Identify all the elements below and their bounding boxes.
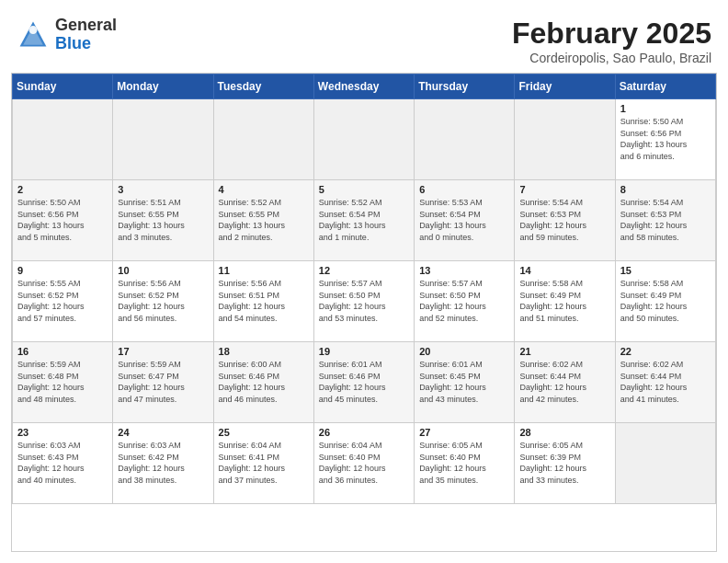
- day-info: Sunrise: 5:58 AM Sunset: 6:49 PM Dayligh…: [519, 278, 609, 324]
- week-row-2: 9Sunrise: 5:55 AM Sunset: 6:52 PM Daylig…: [13, 261, 716, 342]
- calendar-cell: [13, 99, 113, 180]
- day-number: 12: [319, 265, 409, 276]
- calendar-cell: 10Sunrise: 5:56 AM Sunset: 6:52 PM Dayli…: [113, 261, 213, 342]
- day-info: Sunrise: 6:03 AM Sunset: 6:43 PM Dayligh…: [17, 440, 108, 486]
- calendar-cell: 18Sunrise: 6:00 AM Sunset: 6:46 PM Dayli…: [213, 342, 313, 423]
- calendar-cell: 8Sunrise: 5:54 AM Sunset: 6:53 PM Daylig…: [615, 180, 715, 261]
- location: Cordeiropolis, Sao Paulo, Brazil: [512, 51, 711, 65]
- day-info: Sunrise: 5:52 AM Sunset: 6:55 PM Dayligh…: [219, 197, 309, 243]
- day-number: 23: [17, 427, 108, 438]
- calendar-cell: 13Sunrise: 5:57 AM Sunset: 6:50 PM Dayli…: [415, 261, 515, 342]
- calendar-cell: 11Sunrise: 5:56 AM Sunset: 6:51 PM Dayli…: [213, 261, 313, 342]
- day-number: 19: [319, 346, 409, 357]
- calendar-cell: [615, 423, 715, 504]
- header-day-tuesday: Tuesday: [213, 75, 313, 99]
- day-number: 21: [519, 346, 609, 357]
- day-number: 18: [219, 346, 309, 357]
- day-info: Sunrise: 5:59 AM Sunset: 6:48 PM Dayligh…: [17, 359, 108, 405]
- day-info: Sunrise: 6:01 AM Sunset: 6:46 PM Dayligh…: [319, 359, 409, 405]
- day-info: Sunrise: 5:55 AM Sunset: 6:52 PM Dayligh…: [17, 278, 108, 324]
- logo-blue: Blue: [55, 34, 91, 52]
- svg-point-2: [29, 26, 38, 34]
- header-row: SundayMondayTuesdayWednesdayThursdayFrid…: [13, 75, 716, 99]
- calendar-cell: 2Sunrise: 5:50 AM Sunset: 6:56 PM Daylig…: [13, 180, 113, 261]
- calendar-cell: 28Sunrise: 6:05 AM Sunset: 6:39 PM Dayli…: [515, 423, 615, 504]
- day-info: Sunrise: 6:05 AM Sunset: 6:39 PM Dayligh…: [519, 440, 609, 486]
- header-day-wednesday: Wednesday: [313, 75, 414, 99]
- day-number: 2: [17, 184, 108, 195]
- day-number: 20: [419, 346, 509, 357]
- calendar-cell: 19Sunrise: 6:01 AM Sunset: 6:46 PM Dayli…: [313, 342, 414, 423]
- day-info: Sunrise: 5:51 AM Sunset: 6:55 PM Dayligh…: [118, 197, 208, 243]
- day-number: 22: [620, 346, 711, 357]
- month-title: February 2025: [512, 17, 711, 51]
- calendar-cell: 12Sunrise: 5:57 AM Sunset: 6:50 PM Dayli…: [313, 261, 414, 342]
- calendar-cell: 20Sunrise: 6:01 AM Sunset: 6:45 PM Dayli…: [415, 342, 515, 423]
- calendar-cell: 5Sunrise: 5:52 AM Sunset: 6:54 PM Daylig…: [313, 180, 414, 261]
- calendar-cell: [515, 99, 615, 180]
- day-info: Sunrise: 5:57 AM Sunset: 6:50 PM Dayligh…: [319, 278, 409, 324]
- day-info: Sunrise: 5:56 AM Sunset: 6:51 PM Dayligh…: [219, 278, 309, 324]
- calendar-cell: 17Sunrise: 5:59 AM Sunset: 6:47 PM Dayli…: [113, 342, 213, 423]
- day-info: Sunrise: 5:53 AM Sunset: 6:54 PM Dayligh…: [419, 197, 509, 243]
- day-number: 28: [519, 427, 609, 438]
- calendar-cell: 16Sunrise: 5:59 AM Sunset: 6:48 PM Dayli…: [13, 342, 113, 423]
- day-number: 1: [620, 103, 711, 114]
- day-info: Sunrise: 5:58 AM Sunset: 6:49 PM Dayligh…: [620, 278, 711, 324]
- day-number: 13: [419, 265, 509, 276]
- day-number: 8: [620, 184, 711, 195]
- day-number: 25: [219, 427, 309, 438]
- week-row-0: 1Sunrise: 5:50 AM Sunset: 6:56 PM Daylig…: [13, 99, 716, 180]
- calendar-cell: [213, 99, 313, 180]
- header-day-monday: Monday: [113, 75, 213, 99]
- calendar-cell: 24Sunrise: 6:03 AM Sunset: 6:42 PM Dayli…: [113, 423, 213, 504]
- day-number: 24: [118, 427, 208, 438]
- calendar-cell: 14Sunrise: 5:58 AM Sunset: 6:49 PM Dayli…: [515, 261, 615, 342]
- day-number: 26: [319, 427, 409, 438]
- calendar-cell: 26Sunrise: 6:04 AM Sunset: 6:40 PM Dayli…: [313, 423, 414, 504]
- day-info: Sunrise: 6:01 AM Sunset: 6:45 PM Dayligh…: [419, 359, 509, 405]
- calendar-header: SundayMondayTuesdayWednesdayThursdayFrid…: [13, 75, 716, 99]
- day-number: 5: [319, 184, 409, 195]
- day-info: Sunrise: 5:50 AM Sunset: 6:56 PM Dayligh…: [17, 197, 108, 243]
- day-number: 7: [519, 184, 609, 195]
- day-number: 6: [419, 184, 509, 195]
- day-number: 14: [519, 265, 609, 276]
- header-day-sunday: Sunday: [13, 75, 113, 99]
- calendar-cell: 7Sunrise: 5:54 AM Sunset: 6:53 PM Daylig…: [515, 180, 615, 261]
- day-info: Sunrise: 6:02 AM Sunset: 6:44 PM Dayligh…: [519, 359, 609, 405]
- day-number: 10: [118, 265, 208, 276]
- calendar: SundayMondayTuesdayWednesdayThursdayFrid…: [11, 73, 717, 552]
- logo-icon: [17, 18, 50, 52]
- logo-general: General: [55, 16, 117, 34]
- header-day-thursday: Thursday: [415, 75, 515, 99]
- logo-text: General Blue: [55, 17, 117, 53]
- calendar-cell: 4Sunrise: 5:52 AM Sunset: 6:55 PM Daylig…: [213, 180, 313, 261]
- page: General Blue February 2025 Cordeiropolis…: [0, 0, 728, 563]
- calendar-cell: 25Sunrise: 6:04 AM Sunset: 6:41 PM Dayli…: [213, 423, 313, 504]
- calendar-cell: 6Sunrise: 5:53 AM Sunset: 6:54 PM Daylig…: [415, 180, 515, 261]
- calendar-cell: 3Sunrise: 5:51 AM Sunset: 6:55 PM Daylig…: [113, 180, 213, 261]
- day-info: Sunrise: 6:05 AM Sunset: 6:40 PM Dayligh…: [419, 440, 509, 486]
- calendar-cell: 22Sunrise: 6:02 AM Sunset: 6:44 PM Dayli…: [615, 342, 715, 423]
- day-info: Sunrise: 5:50 AM Sunset: 6:56 PM Dayligh…: [620, 116, 711, 162]
- day-info: Sunrise: 6:02 AM Sunset: 6:44 PM Dayligh…: [620, 359, 711, 405]
- calendar-body: 1Sunrise: 5:50 AM Sunset: 6:56 PM Daylig…: [13, 99, 716, 504]
- day-info: Sunrise: 5:56 AM Sunset: 6:52 PM Dayligh…: [118, 278, 208, 324]
- day-info: Sunrise: 6:00 AM Sunset: 6:46 PM Dayligh…: [219, 359, 309, 405]
- logo: General Blue: [17, 17, 117, 53]
- day-info: Sunrise: 5:52 AM Sunset: 6:54 PM Dayligh…: [319, 197, 409, 243]
- header: General Blue February 2025 Cordeiropolis…: [0, 0, 728, 73]
- week-row-3: 16Sunrise: 5:59 AM Sunset: 6:48 PM Dayli…: [13, 342, 716, 423]
- week-row-4: 23Sunrise: 6:03 AM Sunset: 6:43 PM Dayli…: [13, 423, 716, 504]
- day-number: 9: [17, 265, 108, 276]
- day-info: Sunrise: 5:59 AM Sunset: 6:47 PM Dayligh…: [118, 359, 208, 405]
- calendar-cell: 15Sunrise: 5:58 AM Sunset: 6:49 PM Dayli…: [615, 261, 715, 342]
- calendar-cell: [113, 99, 213, 180]
- day-number: 3: [118, 184, 208, 195]
- calendar-cell: 9Sunrise: 5:55 AM Sunset: 6:52 PM Daylig…: [13, 261, 113, 342]
- day-info: Sunrise: 6:04 AM Sunset: 6:40 PM Dayligh…: [319, 440, 409, 486]
- calendar-cell: 27Sunrise: 6:05 AM Sunset: 6:40 PM Dayli…: [415, 423, 515, 504]
- calendar-cell: 1Sunrise: 5:50 AM Sunset: 6:56 PM Daylig…: [615, 99, 715, 180]
- week-row-1: 2Sunrise: 5:50 AM Sunset: 6:56 PM Daylig…: [13, 180, 716, 261]
